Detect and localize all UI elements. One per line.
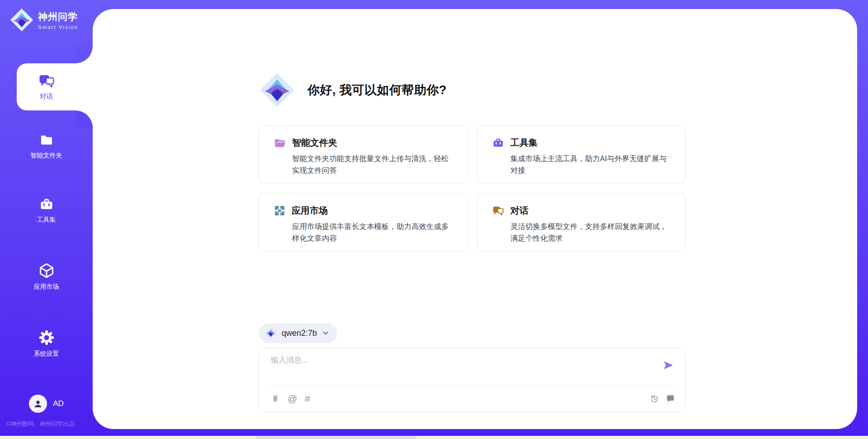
send-icon[interactable] [662,359,674,371]
tab-fillet-bottom [75,110,93,128]
card-title: 工具集 [510,137,538,149]
diamond-logo-icon [259,72,295,108]
avatar [29,395,47,413]
scrollbar-thumb[interactable] [255,436,416,439]
hashtag-icon[interactable]: # [305,393,310,404]
sidebar-item-tools[interactable]: 工具集 [0,197,93,224]
apps-grid-icon [274,205,285,216]
sidebar-item-folders[interactable]: 智能文件夹 [0,133,93,160]
card-description: 灵活切换多模型文件，支持多样回复效果调试，满足个性化需求 [510,220,671,244]
folder-open-icon [274,138,286,148]
sidebar-item-settings[interactable]: 系统设置 [0,329,93,358]
sidebar-item-label: 系统设置 [34,350,59,358]
app-root: 神州问学 Smart Vision 对话 智能文件夹 [0,0,868,439]
message-composer: @ # [259,348,685,412]
card-title: 智能文件夹 [292,137,337,149]
model-name: qwen2:7b [282,329,317,338]
history-icon[interactable] [650,394,659,404]
sidebar-footer: ©神州数码 · 神州问学出品 [6,420,97,428]
composer-divider [266,386,678,386]
chat-bubbles-icon [38,73,55,89]
card-chat[interactable]: 对话 灵活切换多模型文件，支持多样回复效果调试，满足个性化需求 [477,193,685,251]
greeting-block: 你好, 我可以如何帮助你? [259,72,447,108]
brand-name: 神州问学 [38,10,78,23]
chat-bubbles-icon [492,205,504,217]
sidebar-item-label: 应用市场 [34,283,59,291]
card-smart-folder[interactable]: 智能文件夹 智能文件夹功能支持批量文件上传与清洗，轻松实现文件问答 [259,125,468,183]
person-icon [33,398,43,409]
attachment-icon[interactable] [271,394,280,404]
card-toolset[interactable]: 工具集 集成市场上主流工具，助力AI与外界无缝扩展与对接 [477,125,685,183]
sidebar-item-chat[interactable]: 对话 [0,63,93,110]
message-input[interactable] [271,355,655,383]
sidebar-item-label: 智能文件夹 [31,152,62,160]
card-title: 对话 [510,205,528,217]
horizontal-scrollbar[interactable] [0,436,868,439]
chevron-down-icon [322,329,329,337]
sidebar-item-market[interactable]: 应用市场 [0,262,93,291]
gear-icon [38,329,55,346]
briefcase-icon [492,137,504,149]
diamond-logo-icon [10,8,33,32]
tab-fillet-top [75,46,93,63]
cube-icon [38,262,55,279]
model-selector[interactable]: qwen2:7b [259,323,337,343]
sidebar-item-label: 工具集 [37,216,56,224]
card-app-market[interactable]: 应用市场 应用市场提供丰富长文本模板，助力高效生成多样化文章内容 [259,193,468,251]
sidebar-item-label: 对话 [40,92,53,101]
user-profile[interactable]: AD [0,395,93,413]
composer-toolbar: @ # [271,390,675,407]
user-initials: AD [53,399,64,408]
briefcase-icon [39,197,54,212]
card-description: 集成市场上主流工具，助力AI与外界无缝扩展与对接 [510,153,671,176]
card-description: 智能文件夹功能支持批量文件上传与清洗，轻松实现文件问答 [292,153,454,176]
diamond-logo-icon [265,327,277,339]
feature-cards: 智能文件夹 智能文件夹功能支持批量文件上传与清洗，轻松实现文件问答 工具集 集成… [259,125,685,251]
chat-square-icon[interactable] [666,394,675,403]
brand-subtitle: Smart Vision [38,24,78,30]
card-title: 应用市场 [292,205,328,217]
folder-icon [39,133,54,148]
greeting-title: 你好, 我可以如何帮助你? [307,82,447,98]
card-description: 应用市场提供丰富长文本模板，助力高效生成多样化文章内容 [292,220,454,244]
brand-logo: 神州问学 Smart Vision [10,8,78,32]
mention-icon[interactable]: @ [288,393,297,404]
